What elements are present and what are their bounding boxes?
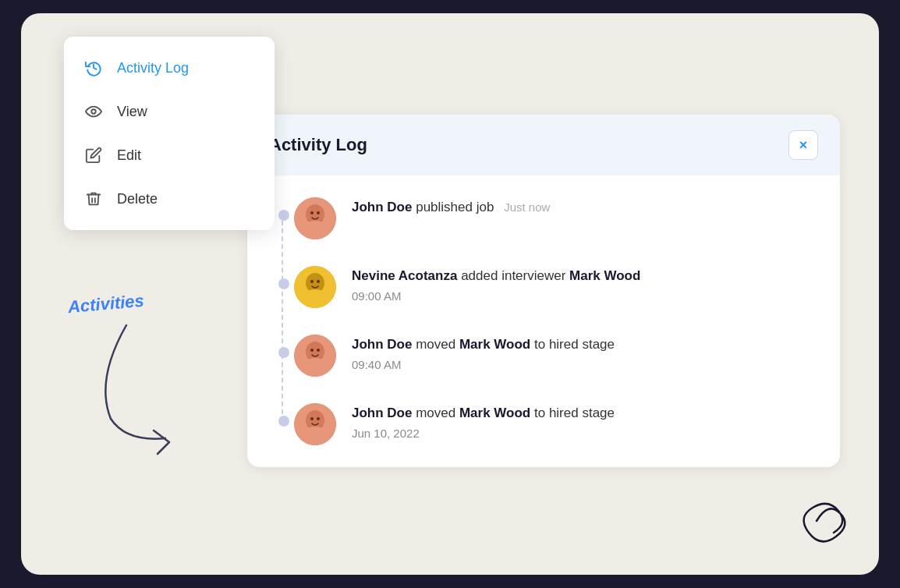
dropdown-item-view[interactable]: View <box>64 90 275 133</box>
timestamp: Just now <box>504 200 550 214</box>
dropdown-item-label: View <box>117 104 147 120</box>
avatar <box>294 335 336 377</box>
timeline-item: John Doe moved Mark Wood to hired stage … <box>294 403 812 445</box>
dropdown-menu: Activity Log View Edit <box>64 37 275 230</box>
action-text: moved <box>416 337 459 352</box>
panel-body: John Doe published job Just now <box>247 175 840 467</box>
action2-text: to hired stage <box>534 337 615 352</box>
dropdown-item-edit[interactable]: Edit <box>64 133 275 177</box>
spiral-decoration <box>778 486 856 559</box>
target-name: Mark Wood <box>459 406 530 420</box>
activity-text: John Doe published job Just now <box>352 197 812 218</box>
actor-name: Nevine Acotanza <box>352 268 457 283</box>
avatar <box>294 266 336 308</box>
activity-content: Nevine Acotanza added interviewer Mark W… <box>352 266 812 303</box>
svg-point-10 <box>303 289 328 305</box>
activity-content: John Doe moved Mark Wood to hired stage … <box>352 403 812 440</box>
activity-text: John Doe moved Mark Wood to hired stage <box>352 403 812 423</box>
activity-time: 09:40 AM <box>352 358 812 371</box>
trash-icon <box>83 188 105 210</box>
timeline-dot <box>278 278 289 289</box>
timeline-dot <box>278 416 289 427</box>
activity-text: John Doe moved Mark Wood to hired stage <box>352 335 812 355</box>
actor-name: John Doe <box>352 200 412 214</box>
activity-time: 09:00 AM <box>352 289 812 303</box>
timeline-item: Nevine Acotanza added interviewer Mark W… <box>294 266 812 308</box>
actor-name: John Doe <box>352 406 412 420</box>
action-text: added interviewer <box>461 268 569 283</box>
action-text: moved <box>416 406 459 420</box>
avatar <box>294 197 336 239</box>
target-name: Mark Wood <box>459 337 530 352</box>
svg-point-19 <box>317 417 320 420</box>
svg-point-9 <box>317 280 320 283</box>
actor-name: John Doe <box>352 337 412 352</box>
activity-content: John Doe published job Just now <box>352 197 812 218</box>
history-icon <box>83 57 105 79</box>
dropdown-item-activity-log[interactable]: Activity Log <box>64 46 275 90</box>
activities-label: Activities <box>67 291 145 317</box>
svg-point-4 <box>317 211 320 214</box>
activity-content: John Doe moved Mark Wood to hired stage … <box>352 335 812 371</box>
svg-point-5 <box>303 221 328 236</box>
activity-text: Nevine Acotanza added interviewer Mark W… <box>352 266 812 286</box>
action2-text: to hired stage <box>534 406 615 420</box>
timeline-dot <box>278 210 289 221</box>
dropdown-item-delete[interactable]: Delete <box>64 177 275 221</box>
activity-panel: Activity Log × <box>247 115 840 467</box>
svg-point-18 <box>310 417 314 420</box>
main-card: Activity Log View Edit <box>21 13 879 575</box>
svg-point-0 <box>91 109 96 114</box>
svg-point-8 <box>310 280 314 283</box>
svg-point-20 <box>303 427 328 442</box>
dropdown-item-label: Activity Log <box>117 60 189 76</box>
avatar <box>294 403 336 445</box>
activity-time: Jun 10, 2022 <box>352 427 812 440</box>
svg-point-15 <box>303 358 328 374</box>
target-name: Mark Wood <box>569 268 640 283</box>
dropdown-item-label: Edit <box>117 147 141 164</box>
timeline-item: John Doe moved Mark Wood to hired stage … <box>294 335 812 377</box>
pencil-icon <box>83 144 105 166</box>
svg-point-14 <box>317 349 320 352</box>
dropdown-item-label: Delete <box>117 191 158 207</box>
action-text: published job <box>416 200 494 214</box>
timeline-line <box>282 221 283 422</box>
svg-point-13 <box>310 349 314 352</box>
timeline: John Doe published job Just now <box>275 197 812 445</box>
eye-icon <box>83 101 105 122</box>
svg-point-3 <box>310 211 314 214</box>
timeline-dot <box>278 347 289 358</box>
panel-title: Activity Log <box>269 135 367 155</box>
panel-header: Activity Log × <box>247 115 840 175</box>
timeline-item: John Doe published job Just now <box>294 197 812 239</box>
activities-arrow <box>64 317 220 461</box>
close-button[interactable]: × <box>788 130 818 160</box>
